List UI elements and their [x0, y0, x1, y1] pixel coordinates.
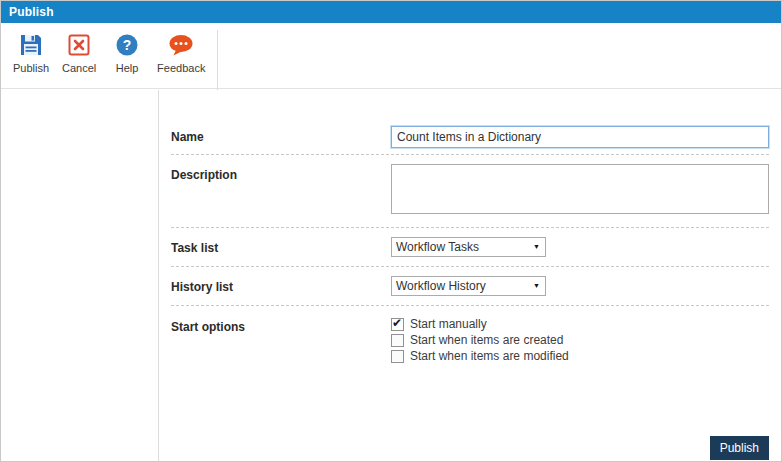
start-when-modified-option[interactable]: Start when items are modified [391, 348, 769, 364]
toolbar-help-button[interactable]: ? Help [109, 32, 145, 74]
name-input[interactable] [391, 126, 769, 148]
description-input[interactable] [391, 164, 769, 214]
toolbar-separator [217, 30, 218, 90]
toolbar-cancel-label: Cancel [62, 62, 96, 74]
title-bar: Publish [1, 1, 781, 23]
cancel-x-icon [67, 32, 91, 58]
help-question-icon: ? [115, 32, 139, 58]
description-label: Description [171, 164, 391, 182]
start-when-created-checkbox[interactable] [391, 334, 404, 347]
toolbar-publish-label: Publish [13, 62, 49, 74]
start-when-modified-checkbox[interactable] [391, 350, 404, 363]
toolbar-publish-button[interactable]: Publish [13, 32, 49, 74]
start-when-created-option[interactable]: Start when items are created [391, 332, 769, 348]
publish-button[interactable]: Publish [710, 436, 769, 460]
description-row: Description [171, 155, 769, 228]
toolbar-feedback-button[interactable]: Feedback [157, 32, 205, 74]
start-manually-label: Start manually [410, 317, 487, 331]
toolbar: Publish Cancel ? Help [1, 23, 781, 89]
window-title: Publish [9, 5, 54, 19]
publish-window: Publish Publish [0, 0, 782, 462]
history-list-field: Workflow History ▼ [391, 276, 769, 296]
start-when-created-label: Start when items are created [410, 333, 563, 347]
name-row: Name [171, 120, 769, 155]
start-when-modified-label: Start when items are modified [410, 349, 569, 363]
publish-form: Name Description Task list Workflow Task… [159, 90, 781, 461]
toolbar-help-label: Help [116, 62, 139, 74]
start-manually-checkbox[interactable] [391, 318, 404, 331]
name-label: Name [171, 126, 391, 144]
description-field [391, 164, 769, 218]
task-list-row: Task list Workflow Tasks ▼ [171, 228, 769, 267]
start-options-label: Start options [171, 316, 391, 334]
task-list-select-wrap: Workflow Tasks ▼ [391, 237, 546, 257]
toolbar-cancel-button[interactable]: Cancel [61, 32, 97, 74]
name-field [391, 126, 769, 148]
toolbar-feedback-label: Feedback [157, 62, 205, 74]
start-manually-option[interactable]: Start manually [391, 316, 769, 332]
history-list-select[interactable]: Workflow History [391, 276, 546, 296]
start-options-row: Start options Start manually Start when … [171, 306, 769, 374]
task-list-field: Workflow Tasks ▼ [391, 237, 769, 257]
feedback-speech-bubble-icon [167, 32, 195, 58]
svg-text:?: ? [123, 37, 132, 53]
start-options-field: Start manually Start when items are crea… [391, 316, 769, 364]
left-panel [1, 90, 159, 461]
history-list-select-wrap: Workflow History ▼ [391, 276, 546, 296]
task-list-label: Task list [171, 237, 391, 255]
content-area: Name Description Task list Workflow Task… [1, 90, 781, 461]
save-icon [19, 32, 43, 58]
history-list-row: History list Workflow History ▼ [171, 267, 769, 306]
history-list-label: History list [171, 276, 391, 294]
task-list-select[interactable]: Workflow Tasks [391, 237, 546, 257]
